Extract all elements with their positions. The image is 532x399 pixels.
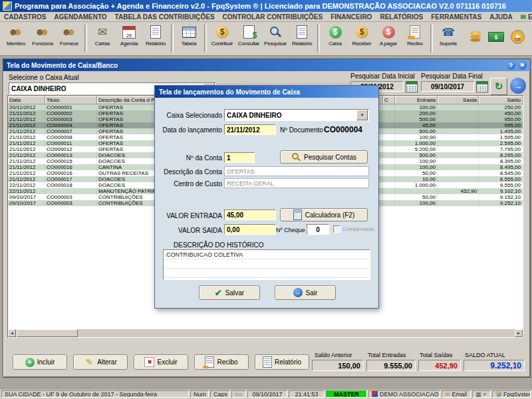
toolbar-button-fornece[interactable]: Fornece (56, 23, 82, 55)
window-titlebar[interactable]: Tela do Movimento de Caixa/Banco (3, 59, 530, 71)
toolbar-button-caixa[interactable]: Caixa (322, 23, 348, 55)
sair-button[interactable]: Sair (275, 285, 336, 300)
salvar-label: Salvar (225, 289, 244, 297)
toolbar-separator (171, 25, 174, 53)
dollar-gold-icon (356, 26, 368, 39)
menu-item-relat-rios[interactable]: RELATÓRIOS (376, 13, 427, 21)
toolbar-button-pesquisar[interactable]: Pesquisar (262, 23, 289, 55)
toolbar-button-label: Tabela (182, 41, 196, 47)
compensado-checkbox[interactable] (333, 225, 340, 233)
grid-column-header[interactable]: Entrada (395, 96, 438, 104)
calendar-icon (122, 26, 136, 39)
toolbar-extra-icons (469, 23, 525, 44)
toolbar-button-relat-rio[interactable]: Relatório (142, 23, 169, 55)
money-doc-icon (243, 25, 255, 39)
grid-column-header[interactable]: Saída (438, 96, 479, 104)
button-incluir[interactable]: Incluir (13, 354, 67, 370)
scrollbar-thumb[interactable] (17, 329, 78, 337)
conta-field[interactable]: 1 (224, 152, 255, 163)
salvar-button[interactable]: Salvar (199, 285, 260, 300)
exit-arrow-icon (293, 288, 303, 297)
help-button[interactable] (507, 61, 515, 70)
menu-item-financeiro[interactable]: FINANCEIRO (327, 13, 376, 21)
app-title: Programa para Associação + Agenda e Fina… (15, 2, 506, 10)
toolbar-button-consultar[interactable]: Consultar (235, 23, 262, 55)
search-icon (291, 152, 301, 162)
refresh-button[interactable] (490, 78, 507, 95)
dialog-titlebar[interactable]: Tela de lançamentos do Movimento de Caix… (155, 86, 378, 98)
toolbar-button-label: Agenda (120, 41, 138, 47)
scrollbar-track[interactable] (78, 329, 515, 337)
toolbar-button-cartas[interactable]: Cartas (89, 23, 116, 55)
toolbar-button-recibo[interactable]: Recibo (402, 23, 428, 55)
cd-icon[interactable] (511, 30, 525, 44)
cheque-field[interactable]: 0 (307, 224, 329, 235)
grid-column-header[interactable]: Data (8, 96, 45, 104)
menu-item-cadastros[interactable]: CADASTROS (0, 13, 50, 21)
scroll-right-icon[interactable] (515, 329, 523, 337)
search-icon (269, 25, 282, 39)
button-alterar[interactable]: Alterar (73, 354, 128, 370)
close-button[interactable] (518, 61, 527, 70)
menu-item-e-mail[interactable]: E-MAIL (517, 13, 532, 21)
calculator-icon (293, 209, 302, 220)
toolbar-button-a-pagar[interactable]: A pagar (375, 23, 402, 55)
total-entradas-value: 9.555,00 (366, 360, 416, 371)
historico-textarea[interactable]: CONTRIBUICAO COLETIVA (163, 249, 370, 280)
menu-item-agendamento[interactable]: AGENDAMENTO (50, 13, 110, 21)
status-location: SUA CIDADE - UF 9 de Outubro de 2017 - S… (1, 390, 189, 398)
toolbar-button-relat-rio[interactable]: Relatório (289, 23, 315, 55)
pesquisar-contas-button[interactable]: Pesquisar Contas (280, 150, 368, 164)
cash-icon[interactable] (488, 32, 504, 42)
receipt-icon (205, 356, 214, 368)
toolbar-button-receber[interactable]: Receber (348, 23, 375, 55)
toolbar-button-contribuir[interactable]: Contribuir (209, 23, 235, 55)
toolbar-button-agenda[interactable]: Agenda (116, 23, 142, 55)
button-relat-rio[interactable]: Relatório (255, 354, 309, 370)
calculadora-button[interactable]: Calculadora (F2) (280, 208, 368, 221)
status-brand: FpqSystem (492, 390, 531, 398)
coins-icon[interactable] (469, 31, 481, 44)
menu-item-controlar-contribui-es[interactable]: CONTROLAR CONTRIBUIÇÕES (219, 13, 327, 21)
toolbar-button-suporte[interactable]: Suporte (435, 23, 462, 55)
chevron-down-icon[interactable] (356, 110, 368, 120)
saldo-atual-label: SALDO ATUAL (465, 352, 505, 358)
toolbar-button-funciona[interactable]: Funciona (29, 23, 56, 55)
action-bar: IncluirAlterarExcluirReciboRelatório (13, 354, 309, 370)
toolbar-button-tabela[interactable]: Tabela (176, 23, 202, 55)
calendar-end-icon[interactable] (476, 81, 488, 92)
date-end-field[interactable]: 09/10/2017 (421, 81, 474, 92)
button-label: Alterar (97, 358, 116, 366)
scroll-left-icon[interactable] (8, 329, 16, 337)
button-recibo[interactable]: Recibo (194, 354, 249, 370)
status-num-lock: Num (190, 390, 209, 398)
toolbar-button-label: Cartas (95, 41, 110, 47)
valor-saida-field[interactable]: 0,00 (224, 224, 276, 235)
centro-custo-field: RECEITA GERAL (224, 178, 369, 188)
button-label: Excluir (157, 358, 177, 366)
toolbar-button-label: Suporte (440, 41, 458, 47)
status-email: Email (442, 390, 471, 398)
grid-column-header[interactable]: Saldo (479, 96, 523, 104)
toolbar-separator (430, 25, 433, 53)
menu-item-ajuda[interactable]: AJUDA (485, 13, 516, 21)
button-excluir[interactable]: Excluir (134, 354, 188, 370)
status-date: 09/10/2017 (247, 390, 287, 398)
go-button[interactable] (510, 78, 526, 94)
horizontal-scrollbar[interactable] (8, 329, 523, 337)
menu-bar: CADASTROSAGENDAMENTOTABELA DAS CONTRIBUI… (0, 12, 532, 22)
caixa-selecionado-combo[interactable]: CAIXA DINHEIRO (224, 109, 369, 121)
calendar-start-icon[interactable] (406, 81, 418, 92)
menu-item-ferramentas[interactable]: FERRAMENTAS (427, 13, 485, 21)
status-caps-lock: Caps (210, 390, 230, 398)
valor-entrada-field[interactable]: 45,00 (224, 209, 276, 220)
menu-item-tabela-das-contribui-es[interactable]: TABELA DAS CONTRIBUIÇÕES (111, 13, 219, 21)
grid-column-header[interactable]: C (383, 96, 395, 104)
grid-column-header[interactable]: Titulo (45, 96, 97, 104)
app-icon (3, 1, 12, 11)
toolbar-button-membro[interactable]: Membro (3, 23, 29, 55)
data-lancamento-field[interactable]: 21/11/2012 (224, 124, 276, 135)
toolbar-separator (84, 25, 87, 53)
toolbar-button-label: Funciona (32, 41, 53, 47)
toolbar-button-label: Recibo (407, 41, 423, 47)
